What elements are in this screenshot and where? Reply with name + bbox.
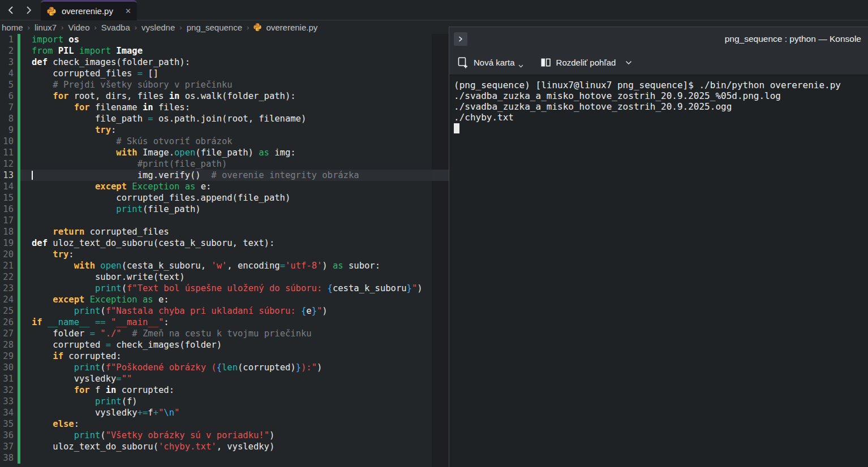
code-line-22[interactable]: 22 subor.write(text) xyxy=(0,271,432,283)
breadcrumb-file[interactable]: overerenie.py xyxy=(253,23,317,32)
breadcrumb-item-Video[interactable]: Video xyxy=(67,23,90,32)
editor-scrollbar[interactable] xyxy=(432,34,449,467)
breadcrumb-separator: › xyxy=(94,23,97,32)
code-line-37[interactable]: 37 uloz_text_do_suboru('chyby.txt', vysl… xyxy=(0,441,432,452)
code-line-18[interactable]: 18 return corrupted_files xyxy=(0,226,432,237)
line-number: 23 xyxy=(0,283,14,294)
code-line-38[interactable]: 38 xyxy=(0,452,432,464)
breadcrumb-item-vysledne[interactable]: vysledne xyxy=(141,23,175,32)
line-number: 30 xyxy=(0,362,14,373)
line-number: 7 xyxy=(0,102,14,113)
code-text: import os xyxy=(20,34,432,45)
code-text: #print(file_path) xyxy=(20,158,432,170)
line-number: 21 xyxy=(0,260,14,271)
breadcrumb-item-linux7[interactable]: linux7 xyxy=(34,23,57,32)
code-text: else: xyxy=(20,418,432,430)
terminal-cursor-line xyxy=(454,123,863,133)
code-text: with Image.open(file_path) as img: xyxy=(20,147,432,158)
code-text: print("Všetky obrázky sú v poriadku!") xyxy=(20,430,432,441)
code-line-29[interactable]: 29 if corrupted: xyxy=(0,351,432,362)
terminal-line: ./svadba_zuzka_a_misko_hotove_zostrih_20… xyxy=(454,90,863,101)
code-line-17[interactable]: 17 xyxy=(0,215,432,226)
code-text: except Exception as e: xyxy=(20,294,432,305)
tab-overerenie-py[interactable]: overerenie.py ✕ xyxy=(41,0,137,20)
konsole-toolbar: Nová karta Rozdeliť pohľad xyxy=(449,50,868,75)
code-line-2[interactable]: 2from PIL import Image xyxy=(0,45,432,57)
code-line-26[interactable]: 26if __name__ == "__main__": xyxy=(0,317,432,328)
code-line-10[interactable]: 10 # Skús otvoriť obrázok xyxy=(0,136,432,147)
code-line-35[interactable]: 35 else: xyxy=(0,418,432,430)
line-number: 35 xyxy=(0,418,14,430)
code-text: print(f"Nastala chyba pri ukladaní súbor… xyxy=(20,305,432,317)
code-line-4[interactable]: 4 corrupted_files = [] xyxy=(0,68,432,79)
line-number: 11 xyxy=(0,147,14,158)
terminal-output[interactable]: (png_sequence) [linux7@linux7 png_sequen… xyxy=(449,75,868,467)
konsole-titlebar[interactable]: png_sequence : python — Konsole xyxy=(449,27,868,50)
code-line-1[interactable]: 1import os xyxy=(0,34,432,45)
code-text: print(f"Text bol úspešne uložený do súbo… xyxy=(20,283,432,294)
chevron-left-icon xyxy=(7,6,15,15)
line-number: 24 xyxy=(0,294,14,305)
split-view-button[interactable]: Rozdeliť pohľad xyxy=(540,57,633,68)
tab-label: overerenie.py xyxy=(62,6,113,16)
breadcrumb-item-Svadba[interactable]: Svadba xyxy=(101,23,131,32)
back-button[interactable] xyxy=(3,3,18,18)
breadcrumb-separator: › xyxy=(28,23,30,32)
line-number: 32 xyxy=(0,384,14,396)
breadcrumb-item-home[interactable]: home xyxy=(1,23,24,32)
breadcrumb-separator: › xyxy=(61,23,63,32)
code-line-9[interactable]: 9 try: xyxy=(0,124,432,136)
code-text: except Exception as e: xyxy=(20,181,432,192)
code-line-27[interactable]: 27 folder = "./" # Zmeň na cestu k tvojm… xyxy=(0,328,432,339)
code-text: if corrupted: xyxy=(20,351,432,362)
code-line-23[interactable]: 23 print(f"Text bol úspešne uložený do s… xyxy=(0,283,432,294)
python-icon xyxy=(253,23,262,32)
code-line-15[interactable]: 15 corrupted_files.append(file_path) xyxy=(0,192,432,204)
code-text: vysledky="" xyxy=(20,373,432,384)
code-line-32[interactable]: 32 for f in corrupted: xyxy=(0,384,432,396)
code-line-19[interactable]: 19def uloz_text_do_suboru(cesta_k_suboru… xyxy=(0,237,432,249)
code-line-7[interactable]: 7 for filename in files: xyxy=(0,102,432,113)
code-line-20[interactable]: 20 try: xyxy=(0,249,432,260)
code-text: # Prejdi všetky súbory v priečinku xyxy=(20,79,432,90)
code-line-36[interactable]: 36 print("Všetky obrázky sú v poriadku!"… xyxy=(0,430,432,441)
code-line-6[interactable]: 6 for root, dirs, files in os.walk(folde… xyxy=(0,90,432,102)
new-tab-button[interactable]: Nová karta xyxy=(457,57,523,68)
nav-buttons xyxy=(0,0,40,20)
breadcrumb-item-png_sequence[interactable]: png_sequence xyxy=(186,23,243,32)
code-line-25[interactable]: 25 print(f"Nastala chyba pri ukladaní sú… xyxy=(0,305,432,317)
line-number: 37 xyxy=(0,441,14,452)
forward-button[interactable] xyxy=(22,3,36,18)
code-line-12[interactable]: 12 #print(file_path) xyxy=(0,158,432,170)
code-line-11[interactable]: 11 with Image.open(file_path) as img: xyxy=(0,147,432,158)
line-number: 38 xyxy=(0,452,14,464)
line-number: 5 xyxy=(0,79,14,90)
code-text: return corrupted_files xyxy=(20,226,432,237)
breadcrumb-separator: › xyxy=(179,23,182,32)
code-line-5[interactable]: 5 # Prejdi všetky súbory v priečinku xyxy=(0,79,432,90)
code-line-3[interactable]: 3def check_images(folder_path): xyxy=(0,57,432,68)
code-line-21[interactable]: 21 with open(cesta_k_suboru, 'w', encodi… xyxy=(0,260,432,271)
code-line-34[interactable]: 34 vysledky+=f+"\n" xyxy=(0,407,432,418)
code-line-14[interactable]: 14 except Exception as e: xyxy=(0,181,432,192)
code-line-8[interactable]: 8 file_path = os.path.join(root, filenam… xyxy=(0,113,432,124)
code-line-31[interactable]: 31 vysledky="" xyxy=(0,373,432,384)
chevron-down-icon xyxy=(518,64,523,68)
close-icon[interactable]: ✕ xyxy=(125,7,131,15)
line-number: 29 xyxy=(0,351,14,362)
code-text: if __name__ == "__main__": xyxy=(20,317,432,328)
code-line-13[interactable]: 13 img.verify() # overenie integrity obr… xyxy=(0,170,432,181)
code-text: try: xyxy=(20,124,432,136)
code-text: vysledky+=f+"\n" xyxy=(20,407,432,418)
code-line-33[interactable]: 33 print(f) xyxy=(0,396,432,407)
code-editor[interactable]: 1import os2from PIL import Image3def che… xyxy=(0,34,432,467)
code-text: img.verify() # overenie integrity obrázk… xyxy=(20,170,432,181)
line-number: 12 xyxy=(0,158,14,170)
code-line-30[interactable]: 30 print(f"Poškodené obrázky ({len(corru… xyxy=(0,362,432,373)
code-line-24[interactable]: 24 except Exception as e: xyxy=(0,294,432,305)
code-line-16[interactable]: 16 print(file_path) xyxy=(0,204,432,215)
code-text: with open(cesta_k_suboru, 'w', encoding=… xyxy=(20,260,432,271)
code-line-28[interactable]: 28 corrupted = check_images(folder) xyxy=(0,339,432,351)
line-number: 6 xyxy=(0,90,14,102)
code-text: file_path = os.path.join(root, filename) xyxy=(20,113,432,124)
